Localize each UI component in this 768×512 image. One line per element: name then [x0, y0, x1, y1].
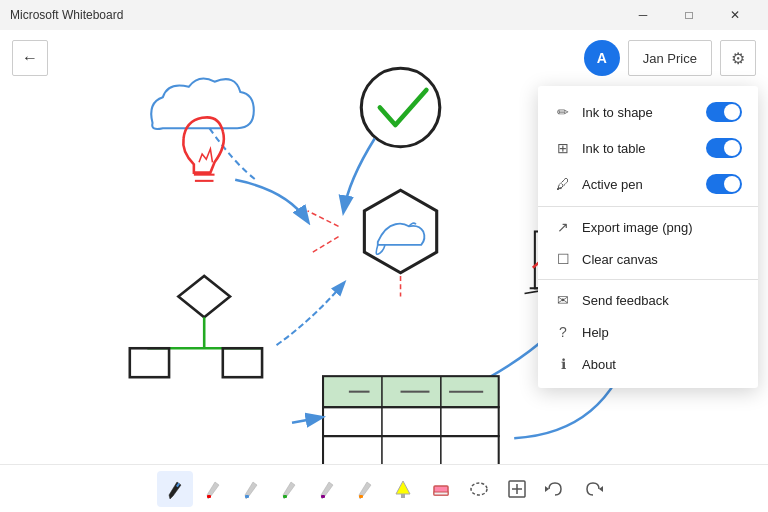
add-shape-tool[interactable] — [499, 471, 535, 507]
cloud-drawing — [151, 79, 256, 180]
clear-label: Clear canvas — [582, 252, 742, 267]
ink-to-shape-label: Ink to shape — [582, 105, 696, 120]
svg-rect-31 — [245, 495, 249, 498]
ink-to-table-toggle[interactable] — [706, 138, 742, 158]
export-label: Export image (png) — [582, 220, 742, 235]
clear-icon: ☐ — [554, 251, 572, 267]
lasso-select-tool[interactable] — [461, 471, 497, 507]
flowchart-drawing — [130, 276, 262, 377]
back-button[interactable]: ← — [12, 40, 48, 76]
active-pen-toggle[interactable] — [706, 174, 742, 194]
topbar-right: A Jan Price ⚙ — [584, 40, 756, 76]
export-icon: ↗ — [554, 219, 572, 235]
username-button[interactable]: Jan Price — [628, 40, 712, 76]
pen-black-tool[interactable] — [157, 471, 193, 507]
dropdown-item-ink-to-table[interactable]: ⊞ Ink to table — [538, 130, 758, 166]
ink-to-shape-toggle[interactable] — [706, 102, 742, 122]
divider-1 — [538, 206, 758, 207]
pen-purple-tool[interactable] — [309, 471, 345, 507]
active-pen-icon: 🖊 — [554, 176, 572, 192]
table-drawing — [323, 376, 499, 464]
svg-rect-34 — [359, 495, 363, 498]
active-pen-label: Active pen — [582, 177, 696, 192]
avatar-letter: A — [597, 50, 607, 66]
back-arrow-icon: ← — [22, 49, 38, 67]
dropdown-item-feedback[interactable]: ✉ Send feedback — [538, 284, 758, 316]
divider-2 — [538, 279, 758, 280]
help-icon: ? — [554, 324, 572, 340]
svg-rect-36 — [401, 494, 405, 498]
settings-button[interactable]: ⚙ — [720, 40, 756, 76]
pen-red-tool[interactable] — [195, 471, 231, 507]
svg-marker-35 — [396, 481, 410, 494]
help-label: Help — [582, 325, 742, 340]
svg-marker-44 — [599, 486, 603, 492]
titlebar-title: Microsoft Whiteboard — [10, 8, 620, 22]
bottom-toolbar — [0, 464, 768, 512]
svg-line-23 — [313, 237, 339, 253]
app-area: ← A Jan Price ⚙ ✏ Ink to shape ⊞ Ink to … — [0, 30, 768, 512]
pen-orange-tool[interactable] — [347, 471, 383, 507]
avatar-button[interactable]: A — [584, 40, 620, 76]
svg-rect-38 — [434, 492, 448, 495]
svg-line-22 — [308, 211, 339, 227]
ink-to-table-label: Ink to table — [582, 141, 696, 156]
dropdown-item-about[interactable]: ℹ About — [538, 348, 758, 380]
titlebar: Microsoft Whiteboard ─ □ ✕ — [0, 0, 768, 30]
about-icon: ℹ — [554, 356, 572, 372]
feedback-label: Send feedback — [582, 293, 742, 308]
ink-to-shape-icon: ✏ — [554, 104, 572, 120]
svg-rect-30 — [207, 495, 211, 498]
svg-rect-33 — [321, 495, 325, 498]
minimize-button[interactable]: ─ — [620, 0, 666, 30]
svg-rect-14 — [323, 436, 499, 464]
pen-green-tool[interactable] — [271, 471, 307, 507]
pen-blue-tool[interactable] — [233, 471, 269, 507]
hexagon-shoe — [364, 190, 436, 273]
svg-rect-27 — [130, 348, 169, 377]
maximize-button[interactable]: □ — [666, 0, 712, 30]
svg-point-39 — [471, 483, 487, 495]
svg-rect-11 — [323, 407, 499, 436]
titlebar-controls: ─ □ ✕ — [620, 0, 758, 30]
feedback-icon: ✉ — [554, 292, 572, 308]
svg-rect-32 — [283, 495, 287, 498]
redo-button[interactable] — [575, 471, 611, 507]
dropdown-item-help[interactable]: ? Help — [538, 316, 758, 348]
dropdown-item-clear[interactable]: ☐ Clear canvas — [538, 243, 758, 275]
ink-to-table-icon: ⊞ — [554, 140, 572, 156]
about-label: About — [582, 357, 742, 372]
undo-button[interactable] — [537, 471, 573, 507]
topbar: ← A Jan Price ⚙ — [0, 30, 768, 86]
svg-rect-28 — [223, 348, 262, 377]
dropdown-item-ink-to-shape[interactable]: ✏ Ink to shape — [538, 94, 758, 130]
close-button[interactable]: ✕ — [712, 0, 758, 30]
svg-marker-24 — [178, 276, 230, 317]
lightbulb-drawing — [183, 117, 224, 181]
settings-dropdown: ✏ Ink to shape ⊞ Ink to table 🖊 Active p… — [538, 86, 758, 388]
settings-icon: ⚙ — [731, 49, 745, 68]
username-label: Jan Price — [643, 51, 697, 66]
svg-marker-20 — [364, 190, 436, 273]
dropdown-item-export[interactable]: ↗ Export image (png) — [538, 211, 758, 243]
highlighter-tool[interactable] — [385, 471, 421, 507]
svg-marker-43 — [545, 486, 549, 492]
dropdown-item-active-pen[interactable]: 🖊 Active pen — [538, 166, 758, 202]
eraser-tool[interactable] — [423, 471, 459, 507]
